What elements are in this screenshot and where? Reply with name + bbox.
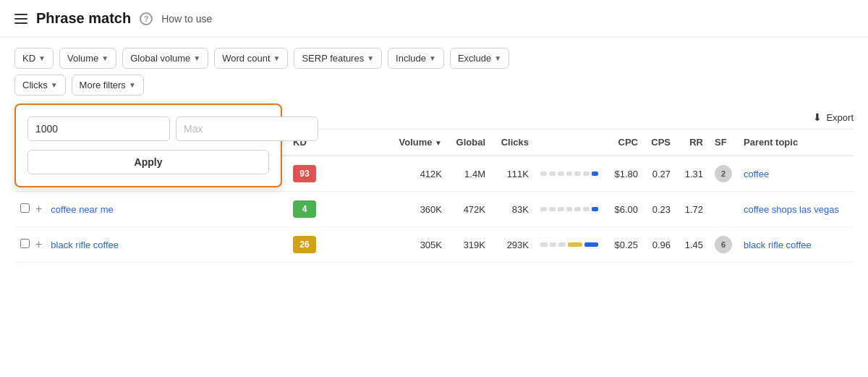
add-keyword-button[interactable]: + [33,192,45,227]
hamburger-icon[interactable] [14,14,27,24]
trend-chart [535,192,604,227]
col-header-parent-topic: Parent topic [738,130,854,156]
chevron-down-icon: ▼ [101,54,109,62]
filter-include[interactable]: Include ▼ [388,48,444,69]
parent-topic-link[interactable]: coffee shops las vegas [744,204,839,215]
filter-serp-features[interactable]: SERP features ▼ [294,48,382,69]
rr-cell: 1.45 [676,227,709,263]
chevron-down-icon: ▼ [38,54,46,62]
col-header-rr: RR [676,130,709,156]
filter-kd[interactable]: KD ▼ [14,48,54,69]
clicks-cell: 83K [491,192,535,227]
parent-topic-link[interactable]: coffee [744,169,769,179]
sf-badge: 6 [715,236,732,253]
cps-cell: 0.23 [644,192,676,227]
chevron-down-icon: ▼ [129,81,136,89]
sf-cell: 6 [709,227,738,263]
table-row: +coffee near me4360K472K83K$6.000.231.72… [14,192,854,227]
export-button[interactable]: ⬇ Export [813,111,854,123]
keyword-link[interactable]: black rifle coffee [51,240,119,250]
kd-badge: 26 [293,236,316,253]
kd-badge: 4 [293,200,316,218]
filter-bar-row2: Clicks ▼ More filters ▼ [0,69,868,96]
clicks-cell: 111K [491,156,535,192]
col-header-global: Global [448,130,491,156]
cpc-cell: $0.25 [604,227,644,263]
clicks-max-input[interactable] [176,117,318,141]
filter-global-volume[interactable]: Global volume ▼ [122,48,208,69]
sf-cell [709,192,738,227]
trend-chart [535,227,604,263]
chevron-down-icon: ▼ [429,54,436,62]
export-icon: ⬇ [813,111,822,123]
chevron-down-icon: ▼ [193,54,200,62]
cpc-cell: $1.80 [604,156,644,192]
row-checkbox[interactable] [20,239,30,248]
rr-cell: 1.31 [676,156,709,192]
clicks-min-input[interactable]: 1000 [27,117,170,141]
col-header-clicks: Clicks [491,130,535,156]
filter-exclude[interactable]: Exclude ▼ [450,48,509,69]
help-icon[interactable]: ? [140,12,153,25]
row-checkbox[interactable] [20,203,30,213]
add-keyword-button[interactable]: + [33,227,45,263]
chevron-down-icon: ▼ [51,81,58,89]
filter-word-count[interactable]: Word count ▼ [214,48,288,69]
filter-volume[interactable]: Volume ▼ [59,48,116,69]
volume-cell: 412K [393,156,448,192]
cps-cell: 0.27 [644,156,676,192]
apply-button[interactable]: Apply [27,150,269,174]
cps-cell: 0.96 [644,227,676,263]
chevron-down-icon: ▼ [494,54,501,62]
clicks-filter-popup: 1000 Apply [14,103,282,187]
kd-badge: 93 [293,165,316,182]
how-to-use-link[interactable]: How to use [161,13,212,25]
parent-topic-link[interactable]: black rifle coffee [744,240,812,250]
volume-cell: 360K [393,192,448,227]
global-cell: 1.4M [448,156,491,192]
filter-clicks[interactable]: Clicks ▼ [14,75,66,96]
volume-cell: 305K [393,227,448,263]
chevron-down-icon: ▼ [273,54,281,62]
col-header-cps: CPS [644,130,676,156]
cpc-cell: $6.00 [604,192,644,227]
sf-cell: 2 [709,156,738,192]
global-cell: 472K [448,192,491,227]
table-row: +black rifle coffee26305K319K293K$0.250.… [14,227,854,263]
filter-bar-row1: KD ▼ Volume ▼ Global volume ▼ Word count… [0,38,868,69]
rr-cell: 1.72 [676,192,709,227]
page-title: Phrase match [36,10,131,27]
keyword-link[interactable]: coffee near me [51,204,113,215]
chevron-down-icon: ▼ [367,54,374,62]
col-header-chart [535,130,604,156]
filter-more-filters[interactable]: More filters ▼ [72,75,144,96]
filter-inputs: 1000 [27,117,269,141]
clicks-cell: 293K [491,227,535,263]
sf-badge: 2 [715,165,732,182]
col-header-sf: SF [709,130,738,156]
trend-chart [535,156,604,192]
col-header-cpc: CPC [604,130,644,156]
col-header-volume: Volume ▼ [393,130,448,156]
global-cell: 319K [448,227,491,263]
